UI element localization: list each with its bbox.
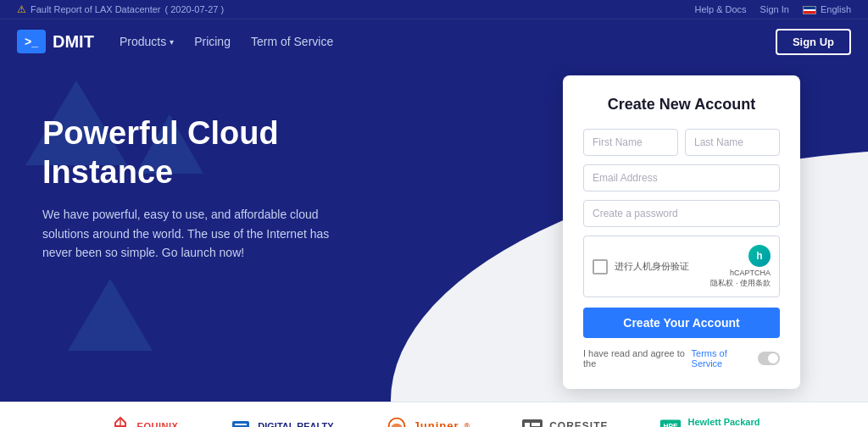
logo[interactable]: >_ DMIT	[17, 30, 94, 53]
captcha-label: 进行人机身份验证	[615, 260, 689, 273]
juniper-sup: ®	[464, 422, 470, 428]
hero-title: Powerful Cloud Instance	[42, 114, 348, 191]
captcha-right: h hCAPTCHA 隐私权 · 使用条款	[710, 245, 771, 288]
nav-pricing[interactable]: Pricing	[194, 35, 231, 48]
hcaptcha-icon: h	[748, 245, 771, 267]
flag-icon	[803, 6, 816, 14]
fault-report-label: Fault Report of LAX Datacenter	[31, 4, 160, 14]
partner-digital-realty: DIGITAL REALTY	[229, 414, 333, 428]
hpe-logo: HPE	[659, 414, 682, 428]
form-title: Create New Account	[583, 96, 780, 114]
svg-rect-8	[531, 423, 540, 426]
signup-button[interactable]: Sign Up	[776, 29, 851, 55]
digital-realty-text: DIGITAL REALTY	[258, 421, 333, 428]
header-left: >_ DMIT Products ▾ Pricing Term of Servi…	[17, 30, 333, 53]
first-name-input[interactable]	[583, 129, 678, 156]
registration-form-card: Create New Account 进行人机身份验证 h hCAPTCHA 隐…	[563, 75, 800, 389]
equinix-logo	[108, 414, 132, 428]
hero-section: Powerful Cloud Instance We have powerful…	[42, 114, 348, 262]
announcement-text: ⚠ Fault Report of LAX Datacenter ( 2020-…	[17, 3, 224, 15]
tos-link[interactable]: Terms of Service	[692, 348, 753, 369]
decoration-triangle-3	[68, 279, 153, 351]
partner-juniper: Juniper ®	[385, 414, 470, 428]
create-account-button[interactable]: Create Your Account	[583, 308, 780, 338]
help-docs-link[interactable]: Help & Docs	[694, 4, 746, 14]
hero-description: We have powerful, easy to use, and affor…	[42, 205, 348, 262]
coresite-logo	[520, 414, 544, 428]
language-selector[interactable]: English	[803, 4, 851, 14]
juniper-logo	[385, 414, 409, 428]
header-right: Sign Up	[776, 29, 851, 55]
hpe-text: Hewlett Packard Enterprise	[687, 417, 760, 428]
tos-toggle[interactable]	[758, 352, 780, 365]
equinix-label: EQUINIX	[137, 421, 179, 428]
partners-bar: EQUINIX DIGITAL REALTY Juniper ®	[0, 402, 868, 427]
juniper-label: Juniper	[414, 419, 459, 427]
sign-in-link[interactable]: Sign In	[760, 4, 789, 14]
header: >_ DMIT Products ▾ Pricing Term of Servi…	[0, 19, 868, 64]
captcha-widget[interactable]: 进行人机身份验证 h hCAPTCHA 隐私权 · 使用条款	[583, 236, 780, 297]
svg-text:HPE: HPE	[664, 421, 679, 427]
logo-text: DMIT	[53, 32, 94, 52]
email-input[interactable]	[583, 164, 780, 191]
announcement-bar: ⚠ Fault Report of LAX Datacenter ( 2020-…	[0, 0, 868, 19]
alert-icon: ⚠	[17, 3, 26, 15]
partner-coresite: CORESITE	[520, 414, 608, 428]
password-input[interactable]	[583, 200, 780, 227]
main-nav: Products ▾ Pricing Term of Service	[120, 35, 333, 48]
hpe-icon: HPE	[659, 416, 682, 428]
svg-rect-7	[525, 423, 530, 428]
main-content: Powerful Cloud Instance We have powerful…	[0, 64, 868, 402]
svg-rect-3	[235, 424, 247, 425]
tos-agreement: I have read and agree to the Terms of Se…	[583, 348, 780, 369]
partner-equinix: EQUINIX	[108, 414, 179, 428]
tos-text: I have read and agree to the	[583, 348, 687, 369]
name-row	[583, 129, 780, 156]
captcha-brand: hCAPTCHA 隐私权 · 使用条款	[710, 269, 771, 288]
nav-tos[interactable]: Term of Service	[251, 35, 333, 48]
last-name-input[interactable]	[685, 129, 780, 156]
coresite-label: CORESITE	[549, 420, 608, 428]
digital-realty-logo	[229, 414, 253, 428]
digital-realty-icon	[231, 416, 251, 428]
coresite-icon	[520, 416, 544, 428]
juniper-icon	[385, 416, 409, 428]
header-actions: Help & Docs Sign In English	[694, 4, 851, 14]
chevron-down-icon: ▾	[170, 37, 174, 47]
fault-report-date: ( 2020-07-27 )	[164, 4, 224, 14]
captcha-checkbox[interactable]	[593, 259, 608, 274]
captcha-left: 进行人机身份验证	[593, 259, 689, 274]
partner-hpe: HPE Hewlett Packard Enterprise	[659, 414, 760, 428]
nav-products[interactable]: Products ▾	[120, 35, 174, 48]
logo-icon: >_	[17, 30, 46, 53]
equinix-icon	[108, 414, 132, 428]
